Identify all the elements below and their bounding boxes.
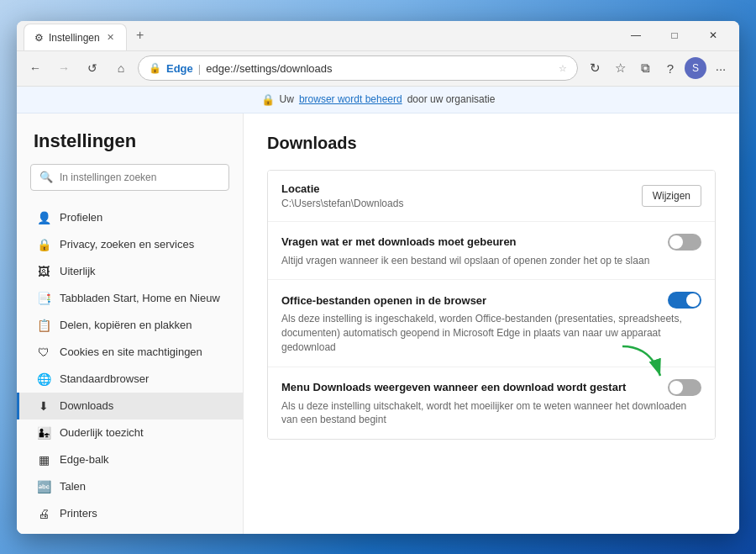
profielen-icon: 👤: [36, 210, 51, 225]
tab-area: ⚙ Instellingen ✕ +: [24, 21, 617, 50]
printers-icon: 🖨: [36, 506, 51, 521]
close-button[interactable]: ✕: [694, 22, 732, 49]
sidebar-item-printers[interactable]: 🖨 Printers: [17, 500, 243, 527]
sidebar-item-tabbladen[interactable]: 📑 Tabbladen Start, Home en Nieuw: [17, 285, 243, 312]
setting-row-office: Office-bestanden openen in de browser Al…: [268, 280, 715, 367]
sidebar-item-talen[interactable]: 🔤 Talen: [17, 473, 243, 500]
sidebar-item-label: Cookies en site machtigingen: [60, 346, 202, 358]
sidebar-item-delen[interactable]: 📋 Delen, kopiëren en plakken: [17, 312, 243, 339]
uiterlijk-icon: 🖼: [36, 264, 51, 279]
tab-close-button[interactable]: ✕: [105, 30, 116, 45]
url-bar[interactable]: 🔒 Edge | edge://settings/downloads ☆: [138, 55, 578, 81]
new-tab-button[interactable]: +: [130, 25, 150, 45]
settings-card: Locatie C:\Users\stefan\Downloads Wijzig…: [267, 170, 716, 441]
info-bar: 🔒 Uw browser wordt beheerd door uw organ…: [17, 87, 739, 113]
more-menu-button[interactable]: ···: [709, 56, 732, 80]
info-bar-suffix: door uw organisatie: [407, 93, 496, 105]
ouderlijk-icon: 👨‍👧: [36, 425, 51, 441]
sidebar-item-label: Tabbladen Start, Home en Nieuw: [60, 292, 220, 304]
location-label: Locatie: [281, 182, 403, 195]
page-title: Downloads: [267, 134, 716, 153]
sidebar-item-standaardbrowser[interactable]: 🌐 Standaardbrowser: [17, 366, 243, 393]
maximize-button[interactable]: □: [655, 22, 694, 49]
setting-title-menu-downloads: Menu Downloads weergeven wanneer een dow…: [281, 381, 626, 393]
profile-icon[interactable]: S: [684, 56, 707, 80]
cookies-icon: 🛡: [36, 345, 51, 360]
sidebar-item-label: Ouderlijk toezicht: [60, 426, 144, 439]
tab-title: Instellingen: [49, 32, 100, 44]
profile-avatar: S: [685, 57, 706, 79]
content-area: Downloads Locatie C:\Users\stefan\Downlo…: [244, 113, 739, 534]
setting-title-office: Office-bestanden openen in de browser: [281, 294, 486, 307]
back-button[interactable]: ←: [24, 56, 47, 80]
sidebar-item-label: Privacy, zoeken en services: [60, 238, 194, 251]
downloads-icon: ⬇: [36, 398, 51, 414]
setting-row-top: Vragen wat er met downloads moet gebeure…: [281, 234, 701, 251]
info-bar-text: Uw: [280, 93, 294, 105]
search-box[interactable]: 🔍: [30, 164, 229, 191]
tab-settings-icon: ⚙: [34, 32, 44, 44]
systeem-icon: ⚙: [36, 533, 51, 534]
sidebar-item-privacy[interactable]: 🔒 Privacy, zoeken en services: [17, 231, 243, 258]
browser-tab[interactable]: ⚙ Instellingen ✕: [24, 24, 127, 50]
sidebar-item-systeem[interactable]: ⚙ Systeem en prestaties: [17, 527, 243, 534]
sidebar-item-label: Delen, kopiëren en plakken: [60, 319, 192, 331]
setting-desc-office: Als deze instelling is ingeschakeld, wor…: [281, 312, 701, 354]
main-content: Instellingen 🔍 👤 Profielen 🔒 Privacy, zo…: [17, 113, 739, 534]
info-bar-link[interactable]: browser wordt beheerd: [299, 93, 402, 105]
tabbladen-icon: 📑: [36, 291, 51, 306]
sidebar-item-label: Profielen: [60, 211, 102, 224]
search-icon: 🔍: [39, 171, 53, 183]
url-separator: |: [198, 62, 201, 75]
toolbar-icons: ↻ ☆ ⧉ ? S ···: [583, 56, 732, 80]
standaardbrowser-icon: 🌐: [36, 372, 51, 387]
sidebar-item-label: Edge-balk: [60, 453, 109, 466]
minimize-button[interactable]: —: [617, 22, 655, 49]
location-path: C:\Users\stefan\Downloads: [281, 198, 403, 209]
window-controls: — □ ✕: [617, 22, 732, 49]
sidebar-item-label: Standaardbrowser: [60, 372, 149, 385]
setting-desc-menu-downloads: Als u deze instelling uitschakelt, wordt…: [281, 399, 701, 428]
help-icon[interactable]: ?: [659, 56, 682, 80]
favorites-icon[interactable]: ☆: [608, 56, 632, 80]
wijzigen-button[interactable]: Wijzigen: [642, 185, 701, 207]
setting-desc-vragen: Altijd vragen wanneer ik een bestand wil…: [281, 254, 701, 268]
sidebar-item-profielen[interactable]: 👤 Profielen: [17, 204, 243, 231]
sidebar-item-cookies[interactable]: 🛡 Cookies en site machtigingen: [17, 339, 243, 366]
collections-icon[interactable]: ↻: [583, 56, 606, 80]
location-info: Locatie C:\Users\stefan\Downloads: [281, 182, 403, 209]
search-input[interactable]: [60, 171, 220, 183]
title-bar: ⚙ Instellingen ✕ + — □ ✕: [17, 21, 739, 51]
sidebar-item-label: Uiterlijk: [60, 265, 96, 277]
edge-label: Edge: [166, 62, 193, 75]
sidebar-item-ouderlijk[interactable]: 👨‍👧 Ouderlijk toezicht: [17, 419, 243, 446]
home-button[interactable]: ⌂: [109, 56, 133, 80]
sidebar-item-label: Printers: [60, 507, 97, 520]
setting-row-menu-downloads: Menu Downloads weergeven wanneer een dow…: [268, 367, 715, 440]
edge-balk-icon: ▦: [36, 452, 51, 467]
location-row: Locatie C:\Users\stefan\Downloads Wijzig…: [268, 171, 715, 222]
talen-icon: 🔤: [36, 479, 51, 494]
privacy-icon: 🔒: [36, 237, 51, 252]
sidebar-item-downloads[interactable]: ⬇ Downloads: [17, 393, 243, 419]
url-text: edge://settings/downloads: [206, 62, 554, 75]
address-bar: ← → ↺ ⌂ 🔒 Edge | edge://settings/downloa…: [17, 51, 739, 87]
screenshot-icon[interactable]: ⧉: [633, 56, 657, 80]
setting-row-top: Office-bestanden openen in de browser: [281, 292, 701, 309]
setting-row-vragen: Vragen wat er met downloads moet gebeure…: [268, 222, 715, 281]
sidebar-title: Instellingen: [17, 130, 243, 164]
toggle-menu-downloads[interactable]: [668, 379, 701, 396]
sidebar-item-label: Downloads: [60, 399, 113, 412]
browser-window: ⚙ Instellingen ✕ + — □ ✕ ← → ↺ ⌂ 🔒 Edge …: [17, 21, 739, 534]
toggle-office[interactable]: [668, 292, 701, 309]
sidebar-item-label: Talen: [60, 480, 86, 493]
refresh-button[interactable]: ↺: [81, 56, 104, 80]
setting-title-vragen: Vragen wat er met downloads moet gebeure…: [281, 235, 517, 248]
sidebar-item-edge-balk[interactable]: ▦ Edge-balk: [17, 446, 243, 473]
toggle-vragen[interactable]: [668, 234, 701, 251]
sidebar-item-uiterlijk[interactable]: 🖼 Uiterlijk: [17, 258, 243, 285]
sidebar: Instellingen 🔍 👤 Profielen 🔒 Privacy, zo…: [17, 113, 244, 534]
setting-row-top: Menu Downloads weergeven wanneer een dow…: [281, 379, 701, 396]
delen-icon: 📋: [36, 318, 51, 333]
forward-button[interactable]: →: [52, 56, 76, 80]
